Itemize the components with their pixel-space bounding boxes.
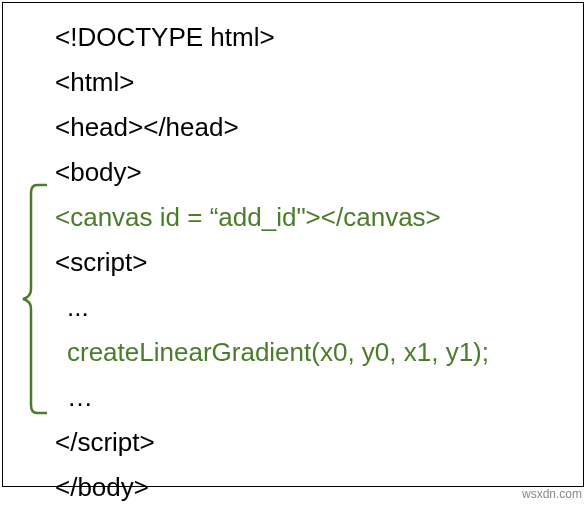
code-line: <body> [55,150,583,195]
code-line-highlight: createLinearGradient(x0, y0, x1, y1); [55,330,583,375]
code-line: </body> [55,465,583,505]
code-line: <head></head> [55,105,583,150]
code-line: </script> [55,420,583,465]
code-line: … [55,375,583,420]
code-line: ... [55,285,583,330]
code-line-highlight: <canvas id = “add_id"></canvas> [55,195,583,240]
watermark-text: wsxdn.com [522,487,582,501]
code-line: <html> [55,60,583,105]
brace-icon [13,183,53,415]
code-box: <!DOCTYPE html> <html> <head></head> <bo… [2,2,584,487]
code-line: <!DOCTYPE html> [55,15,583,60]
code-line: <script> [55,240,583,285]
